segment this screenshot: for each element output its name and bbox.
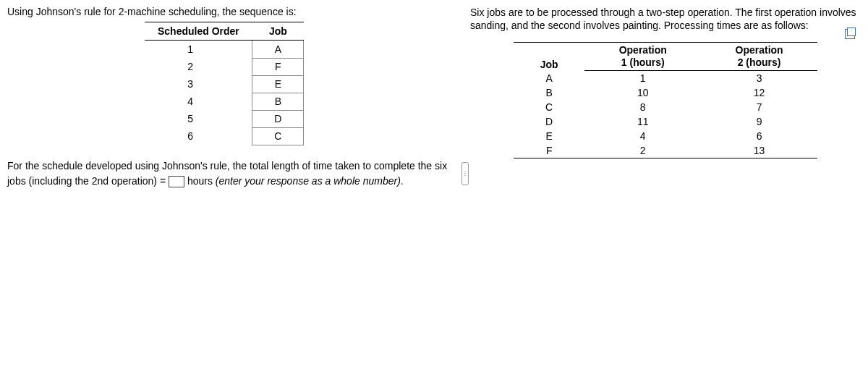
ops-job-cell: C bbox=[514, 100, 584, 114]
table-row: C 8 7 bbox=[514, 100, 817, 114]
table-row: 5 D bbox=[145, 110, 304, 127]
order-cell: 3 bbox=[145, 75, 252, 93]
ops-op2-cell: 6 bbox=[701, 129, 817, 143]
schedule-table: Scheduled Order Job 1 A 2 F 3 E 4 bbox=[145, 22, 304, 145]
ops-op2-cell: 9 bbox=[701, 114, 817, 129]
table-row: B 10 12 bbox=[514, 85, 817, 100]
ops-job-cell: E bbox=[514, 129, 584, 143]
pane-resize-handle[interactable]: ⋮ bbox=[461, 162, 469, 185]
answer-input[interactable] bbox=[169, 176, 184, 187]
ops-op1-cell: 8 bbox=[584, 100, 701, 114]
ops-op1-cell: 4 bbox=[584, 129, 701, 143]
ops-op2-cell: 13 bbox=[701, 143, 817, 158]
ops-op1-cell: 10 bbox=[584, 85, 701, 100]
order-cell: 5 bbox=[145, 110, 252, 127]
table-row: 2 F bbox=[145, 58, 304, 75]
job-cell: A bbox=[252, 41, 304, 59]
schedule-header-order: Scheduled Order bbox=[145, 22, 252, 41]
ops-header-op1-line2: 1 (hours) bbox=[584, 56, 701, 70]
table-row: 4 B bbox=[145, 93, 304, 110]
ops-op1-cell: 11 bbox=[584, 114, 701, 129]
ops-job-cell: D bbox=[514, 114, 584, 129]
order-cell: 2 bbox=[145, 58, 252, 75]
question-hint: (enter your response as a whole number) bbox=[216, 175, 401, 187]
copy-icon[interactable] bbox=[845, 29, 855, 39]
table-row: A 1 3 bbox=[514, 70, 817, 85]
table-row: D 11 9 bbox=[514, 114, 817, 129]
table-row: E 4 6 bbox=[514, 129, 817, 143]
ops-op2-cell: 3 bbox=[701, 70, 817, 85]
right-pane: Six jobs are to be processed through a t… bbox=[463, 0, 868, 385]
ops-header-op1-line1: Operation bbox=[584, 43, 701, 56]
ops-op1-cell: 2 bbox=[584, 143, 701, 158]
table-row: 1 A bbox=[145, 41, 304, 59]
order-cell: 1 bbox=[145, 41, 252, 59]
job-cell: E bbox=[252, 75, 304, 93]
table-row: F 2 13 bbox=[514, 143, 817, 158]
ops-header-op2-line2: 2 (hours) bbox=[701, 56, 817, 70]
ops-header-job: Job bbox=[514, 43, 584, 71]
job-cell: D bbox=[252, 110, 304, 127]
table-row: 6 C bbox=[145, 127, 304, 145]
ops-job-cell: A bbox=[514, 70, 584, 85]
question-text: For the schedule developed using Johnson… bbox=[7, 158, 456, 189]
ops-job-cell: B bbox=[514, 85, 584, 100]
question-part2: hours bbox=[187, 175, 216, 187]
question-end: . bbox=[401, 175, 404, 187]
ops-op1-cell: 1 bbox=[584, 70, 701, 85]
left-pane: Using Johnson's rule for 2-machine sched… bbox=[0, 0, 463, 385]
ops-job-cell: F bbox=[514, 143, 584, 158]
right-intro-text: Six jobs are to be processed through a t… bbox=[470, 6, 861, 32]
job-cell: B bbox=[252, 93, 304, 110]
operations-table: Job Operation Operation 1 (hours) 2 (hou… bbox=[514, 42, 817, 158]
ops-header-op2-line1: Operation bbox=[701, 43, 817, 56]
table-row: 3 E bbox=[145, 75, 304, 93]
order-cell: 4 bbox=[145, 93, 252, 110]
order-cell: 6 bbox=[145, 127, 252, 145]
schedule-header-job: Job bbox=[252, 22, 304, 41]
ops-op2-cell: 12 bbox=[701, 85, 817, 100]
ops-op2-cell: 7 bbox=[701, 100, 817, 114]
job-cell: F bbox=[252, 58, 304, 75]
left-intro-text: Using Johnson's rule for 2-machine sched… bbox=[7, 6, 456, 17]
job-cell: C bbox=[252, 127, 304, 145]
